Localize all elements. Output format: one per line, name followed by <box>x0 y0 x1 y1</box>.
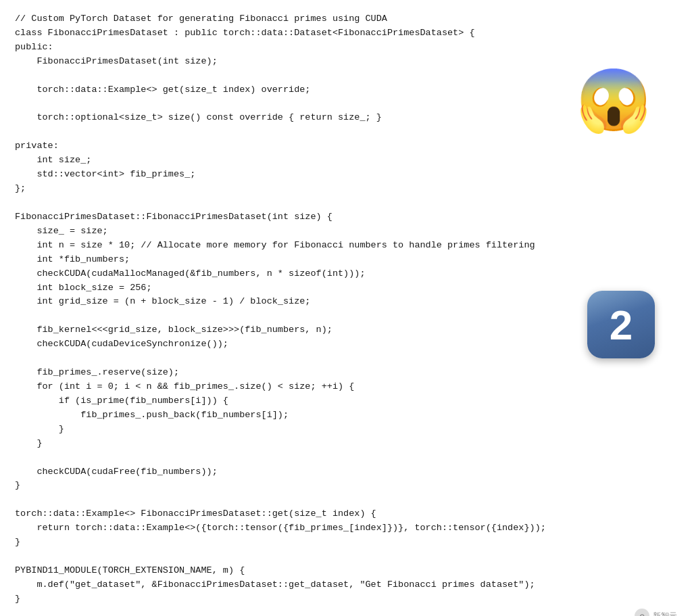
code-line <box>15 196 677 210</box>
code-line: } <box>15 536 677 550</box>
code-line: int *fib_numbers; <box>15 253 677 267</box>
code-line: int n = size * 10; // Allocate more memo… <box>15 239 677 253</box>
code-line: class FibonacciPrimesDataset : public to… <box>15 26 677 41</box>
code-line <box>15 309 677 323</box>
code-line <box>15 550 677 564</box>
code-line: return torch::data::Example<>({torch::te… <box>15 521 677 536</box>
code-line: for (int i = 0; i < n && fib_primes_.siz… <box>15 380 677 394</box>
code-line: checkCUDA(cudaFree(fib_numbers)); <box>15 465 677 479</box>
code-line: int block_size = 256; <box>15 281 677 295</box>
code-line: torch::optional<size_t> size() const ove… <box>15 111 677 125</box>
code-line: checkCUDA(cudaMallocManaged(&fib_numbers… <box>15 267 677 281</box>
code-line: torch::data::Example<> get(size_t index)… <box>15 83 677 97</box>
code-line: std::vector<int> fib_primes_; <box>15 168 677 182</box>
code-line <box>15 493 677 507</box>
footer-text: This code calculates multiple Fibonacci … <box>15 613 677 616</box>
code-line: // Custom PyTorch Dataset for generating… <box>15 12 677 26</box>
code-line <box>15 451 677 465</box>
code-block: // Custom PyTorch Dataset for generating… <box>15 12 677 607</box>
code-line: FibonacciPrimesDataset(int size); <box>15 55 677 69</box>
code-line <box>15 69 677 83</box>
code-line: fib_primes_.push_back(fib_numbers[i]); <box>15 408 677 423</box>
watermark-icon: ⊙ <box>635 609 649 616</box>
page-wrapper: 😱 // Custom PyTorch Dataset for generati… <box>0 0 692 616</box>
code-line: public: <box>15 41 677 55</box>
watermark-label: 新智元 <box>653 611 677 616</box>
watermark: ⊙ 新智元 <box>635 609 677 616</box>
code-line: fib_primes_.reserve(size); <box>15 366 677 380</box>
number-two-icon: 2 <box>587 291 655 358</box>
code-line: }; <box>15 182 677 196</box>
code-line <box>15 97 677 112</box>
code-line: PYBIND11_MODULE(TORCH_EXTENSION_NAME, m)… <box>15 564 677 578</box>
code-line: int grid_size = (n + block_size - 1) / b… <box>15 295 677 309</box>
code-line: private: <box>15 139 677 153</box>
code-line: } <box>15 592 677 607</box>
code-line <box>15 352 677 366</box>
code-line: FibonacciPrimesDataset::FibonacciPrimesD… <box>15 210 677 224</box>
code-line: } <box>15 479 677 493</box>
code-line: } <box>15 423 677 437</box>
code-line: checkCUDA(cudaDeviceSynchronize()); <box>15 337 677 352</box>
code-line <box>15 125 677 139</box>
code-line: if (is_prime(fib_numbers[i])) { <box>15 394 677 408</box>
code-line: m.def("get_dataset", &FibonacciPrimesDat… <box>15 578 677 592</box>
code-line: size_ = size; <box>15 224 677 239</box>
code-line: } <box>15 437 677 451</box>
code-line: int size_; <box>15 153 677 168</box>
code-line: torch::data::Example<> FibonacciPrimesDa… <box>15 507 677 521</box>
code-line: fib_kernel<<<grid_size, block_size>>>(fi… <box>15 323 677 337</box>
